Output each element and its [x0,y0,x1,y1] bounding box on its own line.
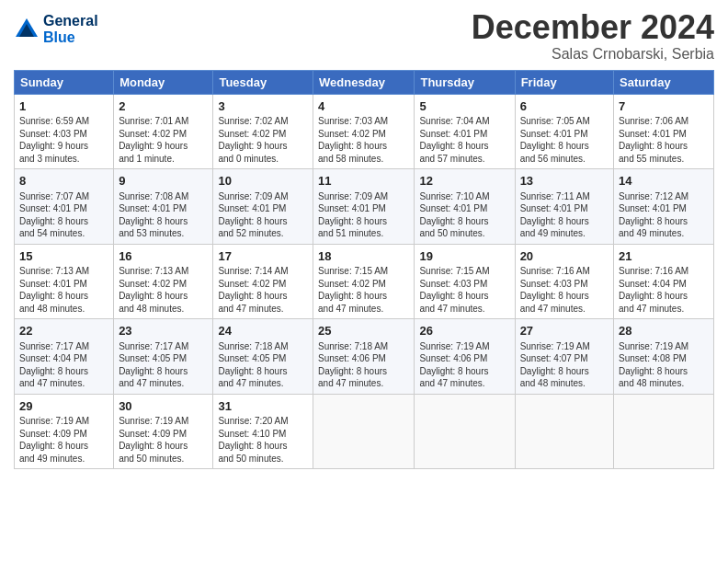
day-info: Sunrise: 7:03 AM Sunset: 4:02 PM Dayligh… [318,115,409,165]
day-number: 9 [119,173,208,190]
title-block: December 2024 Salas Crnobarski, Serbia [472,9,714,63]
day-info: Sunrise: 7:13 AM Sunset: 4:01 PM Dayligh… [19,265,108,315]
logo-text: General Blue [43,13,98,45]
day-number: 2 [119,98,208,115]
calendar-cell: 26Sunrise: 7:19 AM Sunset: 4:06 PM Dayli… [415,319,515,395]
calendar-cell: 8Sunrise: 7:07 AM Sunset: 4:01 PM Daylig… [15,169,114,245]
calendar-cell [313,394,415,469]
calendar-cell: 12Sunrise: 7:10 AM Sunset: 4:01 PM Dayli… [415,169,515,245]
calendar-cell: 5Sunrise: 7:04 AM Sunset: 4:01 PM Daylig… [415,94,515,169]
day-number: 18 [318,248,409,265]
calendar-cell: 28Sunrise: 7:19 AM Sunset: 4:08 PM Dayli… [614,319,714,395]
day-info: Sunrise: 7:17 AM Sunset: 4:04 PM Dayligh… [19,340,108,390]
day-number: 13 [520,173,609,190]
day-number: 26 [419,323,509,339]
day-info: Sunrise: 7:05 AM Sunset: 4:01 PM Dayligh… [520,115,609,165]
calendar-cell [515,394,613,469]
logo-line1: General [43,13,98,29]
day-number: 7 [619,98,709,115]
day-info: Sunrise: 7:02 AM Sunset: 4:02 PM Dayligh… [218,115,308,165]
day-number: 10 [218,173,308,190]
day-number: 25 [318,323,409,339]
main-container: General Blue December 2024 Salas Crnobar… [0,0,728,478]
day-number: 20 [520,248,609,265]
day-number: 24 [218,323,308,339]
day-number: 23 [119,323,208,339]
day-info: Sunrise: 7:09 AM Sunset: 4:01 PM Dayligh… [218,190,308,240]
calendar-cell: 27Sunrise: 7:19 AM Sunset: 4:07 PM Dayli… [515,319,613,395]
day-info: Sunrise: 7:18 AM Sunset: 4:06 PM Dayligh… [318,340,409,390]
day-info: Sunrise: 7:16 AM Sunset: 4:03 PM Dayligh… [520,265,609,315]
day-number: 31 [218,398,308,415]
day-number: 27 [520,323,609,339]
calendar-cell: 14Sunrise: 7:12 AM Sunset: 4:01 PM Dayli… [614,169,714,245]
day-number: 1 [19,98,108,115]
calendar-header: Sunday Monday Tuesday Wednesday Thursday… [15,70,714,94]
calendar-cell: 22Sunrise: 7:17 AM Sunset: 4:04 PM Dayli… [15,319,114,395]
day-number: 12 [419,173,509,190]
calendar-cell: 20Sunrise: 7:16 AM Sunset: 4:03 PM Dayli… [515,244,613,319]
logo: General Blue [14,13,98,45]
day-number: 8 [19,173,108,190]
calendar-cell: 1Sunrise: 6:59 AM Sunset: 4:03 PM Daylig… [15,94,114,169]
day-info: Sunrise: 7:06 AM Sunset: 4:01 PM Dayligh… [619,115,709,165]
day-info: Sunrise: 6:59 AM Sunset: 4:03 PM Dayligh… [19,115,108,165]
day-number: 6 [520,98,609,115]
day-number: 21 [619,248,709,265]
col-tuesday: Tuesday [213,70,313,94]
calendar-cell: 10Sunrise: 7:09 AM Sunset: 4:01 PM Dayli… [213,169,313,245]
logo-line2: Blue [43,29,98,46]
header-row: Sunday Monday Tuesday Wednesday Thursday… [15,70,714,94]
calendar-week-2: 8Sunrise: 7:07 AM Sunset: 4:01 PM Daylig… [15,169,714,245]
logo-icon [14,17,40,42]
col-wednesday: Wednesday [313,70,415,94]
calendar-cell: 31Sunrise: 7:20 AM Sunset: 4:10 PM Dayli… [213,394,313,469]
calendar-cell: 30Sunrise: 7:19 AM Sunset: 4:09 PM Dayli… [114,394,213,469]
day-number: 4 [318,98,409,115]
day-info: Sunrise: 7:09 AM Sunset: 4:01 PM Dayligh… [318,190,409,240]
calendar-cell: 19Sunrise: 7:15 AM Sunset: 4:03 PM Dayli… [415,244,515,319]
calendar-week-5: 29Sunrise: 7:19 AM Sunset: 4:09 PM Dayli… [15,394,714,469]
calendar-cell: 3Sunrise: 7:02 AM Sunset: 4:02 PM Daylig… [213,94,313,169]
calendar-cell: 25Sunrise: 7:18 AM Sunset: 4:06 PM Dayli… [313,319,415,395]
calendar-body: 1Sunrise: 6:59 AM Sunset: 4:03 PM Daylig… [15,94,714,469]
day-info: Sunrise: 7:04 AM Sunset: 4:01 PM Dayligh… [419,115,509,165]
location-subtitle: Salas Crnobarski, Serbia [472,46,714,63]
day-info: Sunrise: 7:19 AM Sunset: 4:09 PM Dayligh… [19,415,108,465]
day-info: Sunrise: 7:15 AM Sunset: 4:03 PM Dayligh… [419,265,509,315]
calendar-cell [415,394,515,469]
col-saturday: Saturday [614,70,714,94]
month-title: December 2024 [472,9,714,46]
day-info: Sunrise: 7:19 AM Sunset: 4:09 PM Dayligh… [119,415,208,465]
day-info: Sunrise: 7:13 AM Sunset: 4:02 PM Dayligh… [119,265,208,315]
calendar-week-1: 1Sunrise: 6:59 AM Sunset: 4:03 PM Daylig… [15,94,714,169]
calendar-cell: 17Sunrise: 7:14 AM Sunset: 4:02 PM Dayli… [213,244,313,319]
day-number: 15 [19,248,108,265]
day-info: Sunrise: 7:20 AM Sunset: 4:10 PM Dayligh… [218,415,308,465]
calendar-cell: 6Sunrise: 7:05 AM Sunset: 4:01 PM Daylig… [515,94,613,169]
col-friday: Friday [515,70,613,94]
day-number: 5 [419,98,509,115]
day-info: Sunrise: 7:10 AM Sunset: 4:01 PM Dayligh… [419,190,509,240]
col-sunday: Sunday [15,70,114,94]
calendar-table: Sunday Monday Tuesday Wednesday Thursday… [14,70,714,470]
calendar-cell: 15Sunrise: 7:13 AM Sunset: 4:01 PM Dayli… [15,244,114,319]
calendar-cell: 13Sunrise: 7:11 AM Sunset: 4:01 PM Dayli… [515,169,613,245]
day-info: Sunrise: 7:11 AM Sunset: 4:01 PM Dayligh… [520,190,609,240]
calendar-cell: 23Sunrise: 7:17 AM Sunset: 4:05 PM Dayli… [114,319,213,395]
calendar-cell: 16Sunrise: 7:13 AM Sunset: 4:02 PM Dayli… [114,244,213,319]
day-number: 17 [218,248,308,265]
calendar-cell: 4Sunrise: 7:03 AM Sunset: 4:02 PM Daylig… [313,94,415,169]
day-number: 14 [619,173,709,190]
day-info: Sunrise: 7:15 AM Sunset: 4:02 PM Dayligh… [318,265,409,315]
calendar-cell: 9Sunrise: 7:08 AM Sunset: 4:01 PM Daylig… [114,169,213,245]
day-info: Sunrise: 7:19 AM Sunset: 4:07 PM Dayligh… [520,340,609,390]
calendar-week-3: 15Sunrise: 7:13 AM Sunset: 4:01 PM Dayli… [15,244,714,319]
day-number: 11 [318,173,409,190]
day-number: 3 [218,98,308,115]
day-number: 28 [619,323,709,339]
col-thursday: Thursday [415,70,515,94]
calendar-cell: 29Sunrise: 7:19 AM Sunset: 4:09 PM Dayli… [15,394,114,469]
day-info: Sunrise: 7:19 AM Sunset: 4:06 PM Dayligh… [419,340,509,390]
day-info: Sunrise: 7:14 AM Sunset: 4:02 PM Dayligh… [218,265,308,315]
